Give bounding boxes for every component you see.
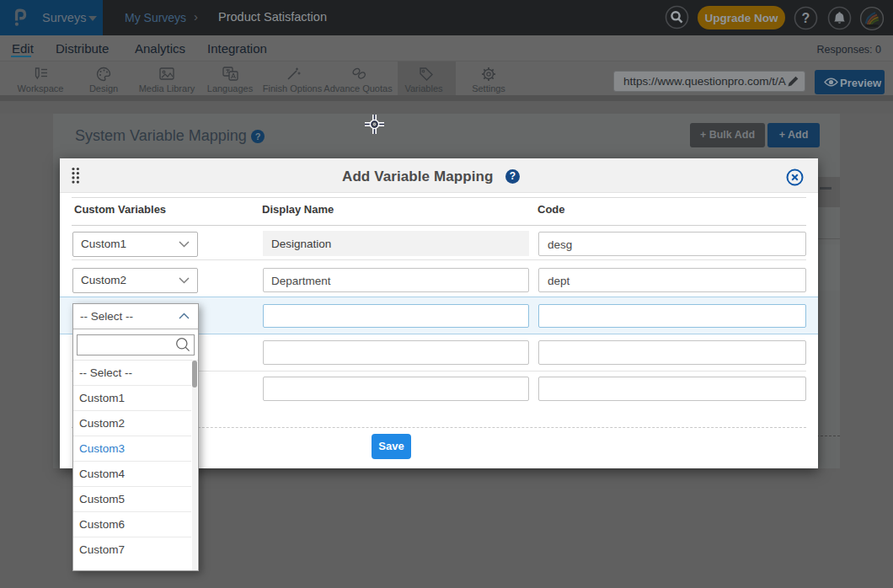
svg-text:?: ? [802, 11, 810, 25]
